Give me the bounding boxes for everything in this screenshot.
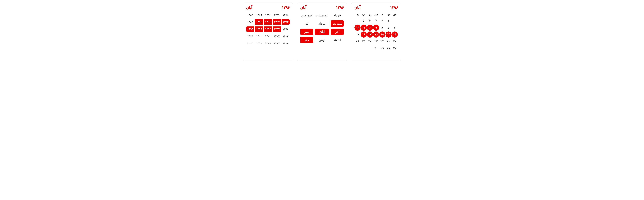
week-row: ۲۰۲۱۲۲۲۳۲۴۲۵۲۶ <box>354 38 398 44</box>
day-calendar-panel: ۱۳۹۶ آبان شیدسچپج۱۲۳۴۵۶۷۸۹۱۰۱۱۱۲۱۳۱۴۱۵۱۶… <box>351 3 401 61</box>
panel3-header: ۱۳۹۶ آبان <box>246 6 290 10</box>
month-item[interactable]: فروردین <box>300 12 313 19</box>
day-cell[interactable]: ۱۴ <box>386 32 392 38</box>
month-item[interactable]: اردیبهشت <box>314 12 330 19</box>
dow-cell: س <box>373 12 379 17</box>
year-item[interactable]: ۱۴۰۰ <box>255 34 263 39</box>
day-cell <box>392 18 398 24</box>
month-item[interactable]: دی <box>300 37 313 43</box>
year-item[interactable]: ۱۴۰۷ <box>273 41 281 46</box>
day-cell[interactable]: ۲۵ <box>361 38 367 44</box>
day-cell[interactable]: ۱۹ <box>354 32 360 38</box>
panel1-header: ۱۳۹۶ آبان <box>354 6 398 10</box>
day-cell[interactable]: ۴ <box>367 18 373 24</box>
panel1-year: ۱۳۹۶ <box>390 6 398 10</box>
day-cell[interactable]: ۱۷ <box>367 32 373 38</box>
day-cell[interactable]: ۳ <box>373 18 379 24</box>
day-cell[interactable]: ۲۴ <box>367 38 373 44</box>
panel3-year: ۱۳۹۶ <box>282 6 290 10</box>
day-cell <box>354 45 360 51</box>
month-item[interactable]: آذر <box>331 29 344 35</box>
month-grid: خرداداردیبهشتفروردینشهریورمردادتیرآذرآبا… <box>300 12 344 43</box>
panel3-month: آبان <box>246 6 252 10</box>
day-cell[interactable]: ۱۰ <box>367 25 373 31</box>
day-cell[interactable]: ۲۲ <box>379 38 385 44</box>
day-cell[interactable]: ۲۶ <box>354 38 360 44</box>
dow-cell: پ <box>360 12 367 17</box>
month-item[interactable]: شهریور <box>331 20 344 27</box>
day-cell[interactable]: ۸ <box>379 25 385 31</box>
day-cell[interactable]: ۲۰ <box>392 38 398 44</box>
panel2-header: ۱۳۹۶ آبان <box>300 6 344 10</box>
day-cell[interactable]: ۱۶ <box>373 32 379 38</box>
week-row: ۱۳۱۴۱۵۱۶۱۷۱۸۱۹ <box>354 32 398 38</box>
year-item[interactable]: ۱۴۰۲ <box>273 34 281 39</box>
year-picker-panel: ۱۳۹۶ آبان ۱۳۸۸۱۳۸۷۱۳۸۶۱۳۸۵۱۳۸۴۱۳۹۳۱۳۹۲۱۳… <box>243 3 293 61</box>
year-item[interactable]: ۱۳۹۰ <box>255 19 263 25</box>
dow-cell: ی <box>386 12 392 17</box>
day-cell[interactable]: ۵ <box>361 18 367 24</box>
dow-cell: د <box>379 12 386 17</box>
day-cell[interactable]: ۱۲ <box>354 25 360 31</box>
day-cell[interactable]: ۱۳ <box>392 32 398 38</box>
day-cell <box>367 45 373 51</box>
day-cell[interactable]: ۲۸ <box>386 45 392 51</box>
dow-cell: ج <box>354 12 360 17</box>
year-item[interactable]: ۱۳۹۱ <box>264 19 272 25</box>
month-item[interactable]: مرداد <box>314 20 330 27</box>
year-item[interactable]: ۱۳۸۶ <box>264 12 272 18</box>
week-row: ۱۲۳۴۵ <box>354 18 398 24</box>
month-picker-panel: ۱۳۹۶ آبان خرداداردیبهشتفروردینشهریورمردا… <box>297 3 347 61</box>
month-item[interactable]: تیر <box>300 20 313 27</box>
day-cell[interactable]: ۹ <box>373 25 379 31</box>
dow-cell: چ <box>367 12 373 17</box>
day-cell[interactable]: ۲۷ <box>392 45 398 51</box>
panel2-month: آبان <box>300 6 306 10</box>
panel1-month: آبان <box>354 6 360 10</box>
day-cell[interactable]: ۶ <box>392 25 398 31</box>
week-row: ۲۷۲۸۲۹۳۰ <box>354 45 398 51</box>
day-cell <box>354 18 360 24</box>
month-item[interactable]: اسفند <box>331 37 344 43</box>
year-item[interactable]: ۱۳۸۷ <box>273 12 281 18</box>
day-cell[interactable]: ۷ <box>386 25 392 31</box>
year-item[interactable]: ۱۴۰۱ <box>264 34 272 39</box>
day-cell[interactable]: ۱ <box>386 18 392 24</box>
year-item[interactable]: ۱۴۰۴ <box>246 41 254 46</box>
year-item[interactable]: ۱۳۸۴ <box>246 12 254 18</box>
dow-header-row: شیدسچپج <box>354 12 398 17</box>
year-grid: ۱۳۸۸۱۳۸۷۱۳۸۶۱۳۸۵۱۳۸۴۱۳۹۳۱۳۹۲۱۳۹۱۱۳۹۰۱۳۸۹… <box>246 12 290 46</box>
year-item[interactable]: ۱۴۰۸ <box>282 41 290 46</box>
month-item[interactable]: آبان <box>314 29 330 35</box>
day-cell[interactable]: ۱۱ <box>361 25 367 31</box>
year-item[interactable]: ۱۳۹۴ <box>246 27 254 32</box>
year-item[interactable]: ۱۳۹۳ <box>282 19 290 25</box>
week-row: ۶۷۸۹۱۰۱۱۱۲ <box>354 25 398 31</box>
year-item[interactable]: ۱۳۹۹ <box>246 34 254 39</box>
year-item[interactable]: ۱۳۸۹ <box>246 19 254 25</box>
year-item[interactable]: ۱۳۹۵ <box>255 27 263 32</box>
panel2-year: ۱۳۹۶ <box>336 6 344 10</box>
year-item[interactable]: ۱۴۰۵ <box>255 41 263 46</box>
year-item[interactable]: ۱۳۹۲ <box>273 19 281 25</box>
month-item[interactable]: خرداد <box>331 12 344 19</box>
day-cell[interactable]: ۲۳ <box>373 38 379 44</box>
year-item[interactable]: ۱۳۹۶ <box>264 27 272 32</box>
month-item[interactable]: بهمن <box>314 37 330 43</box>
day-cell[interactable]: ۲۹ <box>379 45 385 51</box>
year-item[interactable]: ۱۳۸۸ <box>282 12 290 18</box>
day-cell[interactable]: ۱۵ <box>379 32 385 38</box>
day-cell[interactable]: ۲۱ <box>386 38 392 44</box>
year-item[interactable]: ۱۳۹۸ <box>282 27 290 32</box>
year-item[interactable]: ۱۴۰۳ <box>282 34 290 39</box>
day-cell[interactable]: ۱۸ <box>361 32 367 38</box>
month-item[interactable]: مهر <box>300 29 313 35</box>
day-cell[interactable]: ۳۰ <box>373 45 379 51</box>
year-item[interactable]: ۱۳۸۵ <box>255 12 263 18</box>
day-grid: شیدسچپج۱۲۳۴۵۶۷۸۹۱۰۱۱۱۲۱۳۱۴۱۵۱۶۱۷۱۸۱۹۲۰۲۱… <box>354 12 398 51</box>
month-grid-container: خرداداردیبهشتفروردینشهریورمردادتیرآذرآبا… <box>300 12 344 43</box>
day-cell[interactable]: ۲ <box>379 18 385 24</box>
year-item[interactable]: ۱۴۰۶ <box>264 41 272 46</box>
year-item[interactable]: ۱۳۹۷ <box>273 27 281 32</box>
year-grid-container: ۱۳۸۸۱۳۸۷۱۳۸۶۱۳۸۵۱۳۸۴۱۳۹۳۱۳۹۲۱۳۹۱۱۳۹۰۱۳۸۹… <box>246 12 290 46</box>
